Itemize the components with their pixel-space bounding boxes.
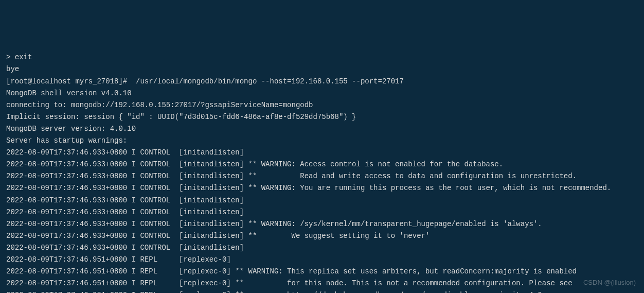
terminal-line: 2022-08-09T17:37:46.933+0800 I CONTROL […: [6, 170, 638, 182]
terminal-line: 2022-08-09T17:37:46.933+0800 I CONTROL […: [6, 218, 638, 230]
watermark: CSDN @(illusion): [583, 277, 636, 288]
terminal-line: 2022-08-09T17:37:46.933+0800 I CONTROL […: [6, 195, 638, 206]
terminal-line: 2022-08-09T17:37:46.933+0800 I CONTROL […: [6, 230, 638, 242]
terminal-line: 2022-08-09T17:37:46.933+0800 I CONTROL […: [6, 242, 638, 254]
terminal-line: 2022-08-09T17:37:46.933+0800 I CONTROL […: [6, 147, 638, 159]
terminal-line: [root@localhost myrs_27018]# /usr/local/…: [6, 76, 638, 88]
terminal-line: Server has startup warnings:: [6, 135, 638, 147]
terminal-line: Implicit session: session { "id" : UUID(…: [6, 111, 638, 123]
terminal-line: 2022-08-09T17:37:46.933+0800 I CONTROL […: [6, 159, 638, 170]
terminal-line: 2022-08-09T17:37:46.951+0800 I REPL [rep…: [6, 278, 638, 289]
terminal-line: bye: [6, 63, 638, 75]
terminal-line: 2022-08-09T17:37:46.951+0800 I REPL [rep…: [6, 266, 638, 278]
terminal-line: MongoDB shell version v4.0.10: [6, 88, 638, 99]
terminal-line: MongoDB server version: 4.0.10: [6, 123, 638, 135]
terminal-line: 2022-08-09T17:37:46.951+0800 I REPL [rep…: [6, 289, 638, 293]
terminal-line: > exit: [6, 51, 638, 63]
terminal-line: 2022-08-09T17:37:46.933+0800 I CONTROL […: [6, 182, 638, 194]
terminal-line: 2022-08-09T17:37:46.933+0800 I CONTROL […: [6, 206, 638, 218]
terminal-output[interactable]: > exitbye[root@localhost myrs_27018]# /u…: [6, 51, 638, 293]
terminal-line: 2022-08-09T17:37:46.951+0800 I REPL [rep…: [6, 254, 638, 266]
terminal-line: connecting to: mongodb://192.168.0.155:2…: [6, 99, 638, 111]
